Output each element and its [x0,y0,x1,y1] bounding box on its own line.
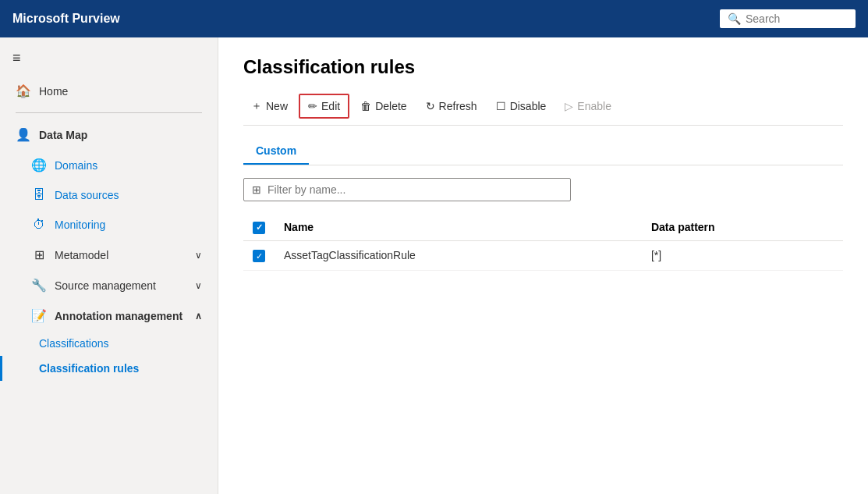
enable-label: Enable [577,100,611,112]
main-layout: ≡ 🏠 Home 👤 Data Map 🌐 Domains 🗄 Data sou… [0,37,868,494]
data-table: ✓ Name Data pattern ✓ AssetTagClassifica… [243,214,843,271]
sidebar-metamodel-label: Metamodel [55,249,108,261]
sidebar-item-domains[interactable]: 🌐 Domains [0,150,218,180]
filter-input[interactable] [267,183,562,196]
annotation-management-icon: 📝 [31,308,47,323]
tabs: Custom [243,138,843,165]
home-icon: 🏠 [16,84,31,98]
monitoring-icon: ⏱ [31,218,47,232]
disable-icon: ☐ [496,100,506,112]
data-map-icon: 👤 [16,127,31,142]
sidebar-home-label: Home [39,85,68,98]
refresh-label: Refresh [439,100,477,112]
sidebar-divider [16,112,202,113]
table-row: ✓ AssetTagClassificationRule [*] [243,240,843,271]
hamburger-button[interactable]: ≡ [0,44,218,76]
delete-icon: 🗑 [360,100,371,112]
header-checkbox[interactable]: ✓ [253,222,265,234]
metamodel-chevron: ∨ [195,250,202,261]
toolbar: ＋ New ✏ Edit 🗑 Delete ↻ Refresh ☐ Disabl… [243,94,843,126]
row-data-pattern: [*] [642,240,843,271]
sidebar-item-source-management[interactable]: 🔧 Source management ∨ [0,270,218,300]
sidebar-item-metamodel[interactable]: ⊞ Metamodel ∨ [0,240,218,270]
header-name: Name [275,214,642,240]
content-area: Classification rules ＋ New ✏ Edit 🗑 Dele… [218,37,868,494]
sidebar-data-sources-label: Data sources [55,189,119,201]
sidebar-classifications-label: Classifications [39,337,108,350]
new-button[interactable]: ＋ New [243,94,296,118]
sidebar-domains-label: Domains [55,159,97,172]
sidebar-classification-rules-label: Classification rules [39,362,139,375]
enable-icon: ▷ [565,100,573,112]
source-management-chevron: ∨ [195,280,202,291]
disable-button[interactable]: ☐ Disable [488,95,554,117]
enable-button[interactable]: ▷ Enable [557,95,619,117]
sidebar-item-data-sources[interactable]: 🗄 Data sources [0,180,218,210]
app-title: Microsoft Purview [12,12,120,26]
search-box[interactable]: 🔍 [720,9,856,28]
refresh-button[interactable]: ↻ Refresh [418,95,485,117]
sidebar-data-map-label: Data Map [39,129,87,141]
search-input[interactable] [746,12,848,25]
delete-label: Delete [375,100,406,112]
source-management-icon: 🔧 [31,278,47,293]
row-checkbox[interactable]: ✓ [253,250,265,262]
table-header-row: ✓ Name Data pattern [243,214,843,240]
disable-label: Disable [510,100,547,112]
metamodel-icon: ⊞ [31,247,47,262]
tab-custom-label: Custom [256,144,296,157]
column-data-pattern-label: Data pattern [651,221,715,233]
edit-button[interactable]: ✏ Edit [299,94,349,119]
sidebar-item-classification-rules[interactable]: Classification rules [0,356,218,381]
sidebar-item-data-map[interactable]: 👤 Data Map [0,119,218,150]
filter-box[interactable]: ⊞ [243,178,571,201]
annotation-management-chevron: ∧ [195,311,202,322]
data-sources-icon: 🗄 [31,188,47,202]
sidebar-item-monitoring[interactable]: ⏱ Monitoring [0,210,218,240]
sidebar-monitoring-label: Monitoring [55,219,105,231]
plus-icon: ＋ [251,99,262,113]
edit-icon: ✏ [308,100,317,112]
row-checkbox-cell: ✓ [243,240,275,271]
edit-label: Edit [321,100,340,112]
sidebar-item-classifications[interactable]: Classifications [0,331,218,356]
sidebar-annotation-management-label: Annotation management [55,310,182,322]
sidebar-source-management-label: Source management [55,279,156,292]
header-checkbox-cell: ✓ [243,214,275,240]
search-icon: 🔍 [728,12,741,25]
delete-button[interactable]: 🗑 Delete [353,95,414,117]
sidebar: ≡ 🏠 Home 👤 Data Map 🌐 Domains 🗄 Data sou… [0,37,218,494]
refresh-icon: ↻ [426,100,435,112]
row-name: AssetTagClassificationRule [275,240,642,271]
filter-icon: ⊞ [252,183,261,196]
column-name-label: Name [284,221,314,233]
domains-icon: 🌐 [31,158,47,172]
sidebar-item-annotation-management[interactable]: 📝 Annotation management ∧ [0,300,218,331]
header-data-pattern: Data pattern [642,214,843,240]
sidebar-item-home[interactable]: 🏠 Home [0,76,218,106]
top-header: Microsoft Purview 🔍 [0,0,868,37]
page-title: Classification rules [243,56,843,78]
tab-custom[interactable]: Custom [243,138,309,165]
new-label: New [266,100,288,112]
